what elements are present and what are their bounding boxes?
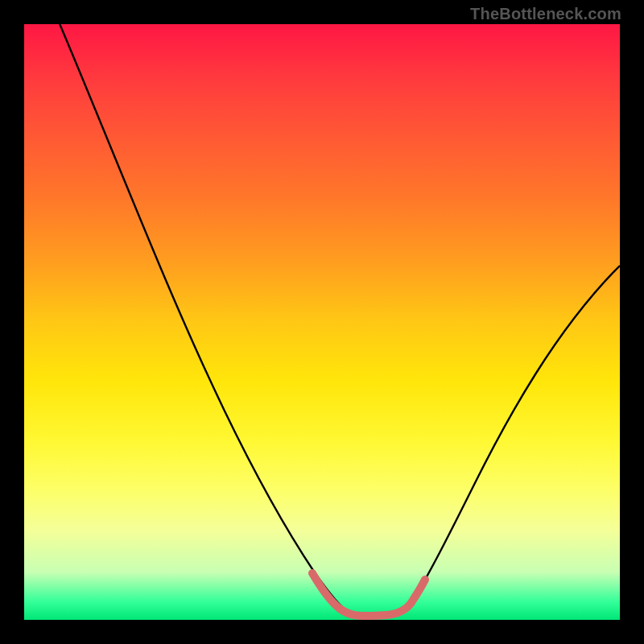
bottleneck-curve bbox=[24, 24, 620, 620]
chart-frame: TheBottleneck.com bbox=[0, 0, 644, 644]
optimal-marker bbox=[312, 573, 425, 616]
plot-area bbox=[24, 24, 620, 620]
watermark-text: TheBottleneck.com bbox=[470, 5, 621, 23]
curve-path bbox=[56, 24, 620, 616]
